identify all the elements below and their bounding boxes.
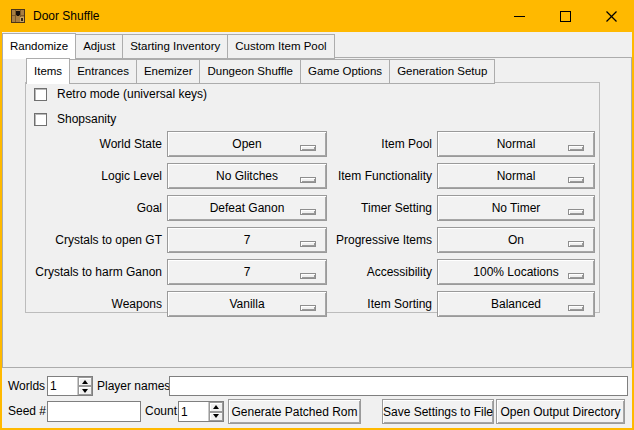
main-tab-bar: Randomize Adjust Starting Inventory Cust…: [2, 33, 334, 59]
worlds-spin-down-button[interactable]: [78, 386, 92, 395]
progressive-items-label: Progressive Items: [300, 227, 432, 253]
seed-label: Seed #: [8, 401, 46, 422]
count-input[interactable]: [179, 402, 208, 421]
progressive-items-dropdown[interactable]: On: [437, 227, 595, 253]
worlds-input[interactable]: [48, 377, 77, 395]
shopsanity-label: Shopsanity: [57, 113, 116, 126]
window-title: Door Shuffle: [33, 9, 100, 23]
dropdown-indicator-icon: [568, 273, 584, 279]
minimize-icon: [514, 16, 525, 17]
timer-setting-dropdown[interactable]: No Timer: [437, 195, 595, 221]
item-functionality-dropdown[interactable]: Normal: [437, 163, 595, 189]
worlds-spin-up-button[interactable]: [78, 377, 92, 386]
save-settings-button[interactable]: Save Settings to File: [382, 399, 494, 424]
world-state-label: World State: [30, 131, 162, 157]
crystals-open-gt-label: Crystals to open GT: [30, 227, 162, 253]
item-sorting-label: Item Sorting: [300, 291, 432, 317]
weapons-label: Weapons: [30, 291, 162, 317]
shopsanity-checkbox[interactable]: [34, 113, 47, 126]
item-sorting-dropdown[interactable]: Balanced: [437, 291, 595, 317]
window-border-left: [0, 0, 2, 430]
generate-patched-rom-button[interactable]: Generate Patched Rom: [228, 399, 361, 424]
item-pool-dropdown[interactable]: Normal: [437, 131, 595, 157]
count-spin-up-button[interactable]: [209, 402, 223, 412]
maximize-icon: [560, 11, 571, 22]
tab-dungeon-shuffle[interactable]: Dungeon Shuffle: [199, 59, 300, 84]
dropdown-indicator-icon: [568, 305, 584, 311]
sub-tab-bar: Items Entrances Enemizer Dungeon Shuffle…: [26, 58, 494, 84]
tab-starting-inventory[interactable]: Starting Inventory: [122, 34, 228, 59]
titlebar[interactable]: Door Shuffle: [0, 0, 634, 32]
item-pool-label: Item Pool: [300, 131, 432, 157]
tab-entrances[interactable]: Entrances: [69, 59, 137, 84]
tab-randomize[interactable]: Randomize: [2, 33, 76, 59]
spin-up-icon: [213, 405, 219, 409]
logic-level-label: Logic Level: [30, 163, 162, 189]
spin-up-icon: [82, 380, 88, 384]
retro-mode-checkbox[interactable]: [34, 88, 47, 101]
minimize-button[interactable]: [496, 0, 542, 32]
crystals-harm-ganon-label: Crystals to harm Ganon: [25, 259, 162, 285]
open-output-directory-button[interactable]: Open Output Directory: [496, 399, 625, 424]
door-shuffle-window: Door Shuffle Randomize Adjust Starting I…: [0, 0, 634, 430]
seed-input[interactable]: [47, 401, 141, 422]
caption-buttons: [496, 0, 634, 32]
dropdown-indicator-icon: [568, 177, 584, 183]
player-names-input[interactable]: [169, 376, 628, 396]
tab-generation-setup[interactable]: Generation Setup: [389, 59, 495, 84]
count-spin-down-button[interactable]: [209, 412, 223, 422]
tab-game-options[interactable]: Game Options: [300, 59, 390, 84]
tab-custom-item-pool[interactable]: Custom Item Pool: [227, 34, 334, 59]
tab-adjust[interactable]: Adjust: [75, 34, 123, 59]
tab-items[interactable]: Items: [26, 58, 70, 84]
retro-mode-label: Retro mode (universal keys): [57, 88, 207, 101]
spin-down-icon: [213, 414, 219, 418]
accessibility-label: Accessibility: [300, 259, 432, 285]
tab-enemizer[interactable]: Enemizer: [136, 59, 201, 84]
count-label: Count: [145, 401, 177, 422]
timer-setting-label: Timer Setting: [300, 195, 432, 221]
count-spinbox[interactable]: [178, 401, 224, 422]
item-functionality-label: Item Functionality: [300, 163, 432, 189]
goal-label: Goal: [30, 195, 162, 221]
close-icon: [606, 11, 617, 22]
close-button[interactable]: [588, 0, 634, 32]
spin-down-icon: [82, 389, 88, 393]
dropdown-indicator-icon: [568, 241, 584, 247]
accessibility-dropdown[interactable]: 100% Locations: [437, 259, 595, 285]
player-names-label: Player names: [97, 376, 170, 396]
dropdown-indicator-icon: [568, 145, 584, 151]
worlds-spinbox[interactable]: [47, 376, 93, 396]
dropdown-indicator-icon: [568, 209, 584, 215]
app-icon: [10, 8, 26, 24]
worlds-label: Worlds: [8, 376, 45, 396]
maximize-button[interactable]: [542, 0, 588, 32]
